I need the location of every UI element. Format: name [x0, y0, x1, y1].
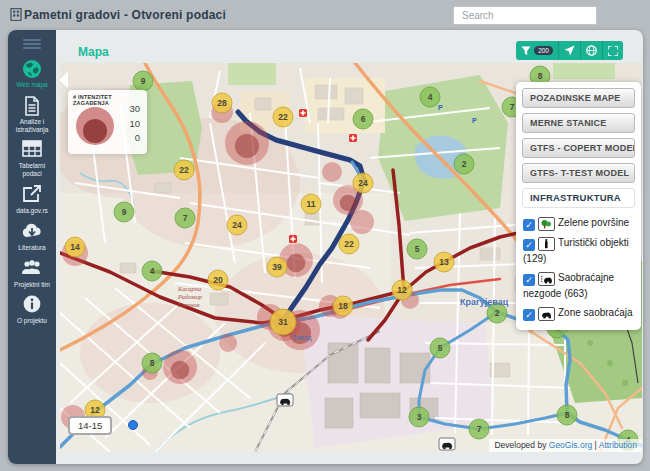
- map-marker-green[interactable]: 7: [469, 419, 489, 439]
- layer-label: Saobraćajne nezgode (663): [523, 272, 614, 299]
- sidebar-item-literatura[interactable]: Literatura: [8, 222, 56, 252]
- svg-text:8: 8: [150, 358, 155, 368]
- traffic-zone-icon[interactable]: [277, 394, 293, 406]
- svg-text:2: 2: [462, 159, 467, 169]
- svg-text:12: 12: [90, 405, 100, 415]
- map-marker-yellow[interactable]: 22: [339, 234, 359, 254]
- car-crash-icon: [538, 272, 555, 286]
- sidebar-item-o-projektu[interactable]: O projektu: [8, 295, 56, 325]
- filter-button[interactable]: 200: [516, 41, 559, 60]
- map-label: Касарна: [177, 285, 201, 292]
- location-marker[interactable]: [129, 421, 138, 430]
- attribution-prefix: Developed by: [494, 440, 548, 450]
- main-area: Mapa 200: [56, 30, 643, 464]
- map-marker-yellow[interactable]: 24: [353, 173, 373, 193]
- tree-icon: [538, 217, 555, 231]
- map-marker-green[interactable]: 4: [420, 87, 440, 107]
- fullscreen-button[interactable]: [603, 41, 623, 60]
- sidebar-item-label: Projektni tim: [8, 280, 56, 289]
- layer-label: Zelene površine: [558, 217, 629, 228]
- traffic-zone-icon[interactable]: [439, 438, 455, 450]
- layer-label: Zone saobraćaja: [558, 307, 633, 318]
- cloud-download-icon: [8, 222, 56, 243]
- attribution: Developed by GeoGis.org | Attribution: [489, 439, 642, 452]
- map-marker-green[interactable]: 9: [133, 71, 153, 91]
- intensity-value: 10: [129, 117, 140, 132]
- layer-checkbox[interactable]: ✓: [523, 239, 535, 251]
- heat-circle: [219, 334, 237, 352]
- app-icon: [10, 8, 22, 21]
- map-marker-yellow[interactable]: 18: [333, 296, 353, 316]
- map-marker-green[interactable]: 6: [353, 109, 373, 129]
- sidebar-item-tabelarni[interactable]: Tabelarni podaci: [8, 140, 56, 178]
- heat-circle-core: [340, 195, 357, 212]
- map-marker-yellow[interactable]: 13: [434, 252, 454, 272]
- map-container: 2822222424112239142031181312129697478254…: [60, 63, 642, 452]
- svg-text:8: 8: [538, 71, 543, 81]
- sidebar-item-analize[interactable]: Analize i istraživanja: [8, 96, 56, 134]
- layer-checkbox[interactable]: ✓: [523, 274, 535, 286]
- map-marker-yellow[interactable]: 22: [273, 107, 293, 127]
- globe-button[interactable]: [581, 41, 603, 60]
- hospital-icon: [289, 235, 298, 244]
- legend-section-gtfs-copert-model[interactable]: GTFS - COPERT MODEL: [522, 138, 635, 158]
- info-icon: [8, 295, 56, 316]
- map-marker-green[interactable]: 8: [557, 405, 577, 425]
- map-label: Крагујевац: [460, 297, 509, 307]
- legend-layer-row: ✓Zone saobraćaja: [523, 305, 635, 321]
- sidebar-item-data-gov-rs[interactable]: data.gov.rs: [8, 185, 56, 215]
- map-marker-green[interactable]: 2: [454, 154, 474, 174]
- map-label: P: [438, 104, 443, 111]
- svg-text:22: 22: [179, 165, 189, 175]
- map-marker-green[interactable]: 4: [142, 261, 162, 281]
- map-marker-green[interactable]: 9: [114, 202, 134, 222]
- time-range-label[interactable]: 14-15: [68, 416, 112, 435]
- legend-layer-row: ✓Zelene površine: [523, 215, 635, 231]
- map-marker-green[interactable]: 5: [407, 239, 427, 259]
- hospital-icon: [299, 109, 308, 118]
- map-marker-green[interactable]: 5: [430, 338, 450, 358]
- legend-section-gtfs-t-test-model[interactable]: GTFS- T-TEST MODEL: [522, 163, 635, 183]
- sidebar-item-label: Web mapa: [8, 80, 56, 89]
- map-marker-yellow[interactable]: 11: [301, 194, 321, 214]
- geogis-link[interactable]: GeoGis.org: [549, 440, 592, 450]
- menu-icon[interactable]: [23, 39, 41, 49]
- map-marker-yellow[interactable]: 22: [174, 160, 194, 180]
- sidebar-item-label: Tabelarni podaci: [8, 161, 56, 178]
- search-input[interactable]: [453, 6, 597, 25]
- legend-section-pozadinske-mape[interactable]: POZADINSKE MAPE: [522, 88, 635, 108]
- map-marker-yellow[interactable]: 31: [270, 309, 296, 335]
- svg-text:11: 11: [307, 199, 316, 209]
- map-marker-green[interactable]: 3: [409, 407, 429, 427]
- map-marker-green[interactable]: 7: [175, 208, 195, 228]
- svg-text:2: 2: [495, 308, 500, 318]
- map-label: Путник: [177, 301, 201, 308]
- map-marker-yellow[interactable]: 24: [227, 215, 247, 235]
- svg-text:8: 8: [565, 410, 570, 420]
- sidebar-item-projektni-tim[interactable]: Projektni tim: [8, 259, 56, 289]
- map-marker-yellow[interactable]: 28: [212, 93, 232, 113]
- hospital-icon: [349, 134, 358, 143]
- map-marker-yellow[interactable]: 20: [208, 270, 228, 290]
- external-link-icon: [8, 185, 56, 206]
- legend-section-merne-stanice[interactable]: MERNE STANICE: [522, 113, 635, 133]
- layer-checkbox[interactable]: ✓: [523, 309, 535, 321]
- svg-text:24: 24: [358, 178, 368, 188]
- map-marker-yellow[interactable]: 39: [267, 257, 287, 277]
- map-toolbar: 200: [516, 41, 623, 60]
- map-marker-yellow[interactable]: 12: [392, 280, 412, 300]
- svg-text:13: 13: [439, 257, 449, 267]
- layer-checkbox[interactable]: ✓: [523, 219, 535, 231]
- sidebar-item-web-mapa[interactable]: Web mapa: [8, 59, 56, 89]
- navbar: Pametni gradovi - Otvoreni podaci: [0, 0, 650, 30]
- sidebar-item-label: O projektu: [8, 316, 56, 325]
- svg-text:5: 5: [415, 244, 420, 254]
- attribution-link[interactable]: Attribution: [599, 440, 637, 450]
- map-marker-green[interactable]: 8: [142, 353, 162, 373]
- locate-button[interactable]: [559, 41, 581, 60]
- svg-text:39: 39: [272, 262, 282, 272]
- svg-text:7: 7: [510, 102, 515, 112]
- map-marker-yellow[interactable]: 14: [65, 237, 85, 257]
- legend-section-infrastruktura[interactable]: INFRASTRUKTURA: [522, 188, 635, 208]
- intensity-value: 30: [129, 102, 140, 117]
